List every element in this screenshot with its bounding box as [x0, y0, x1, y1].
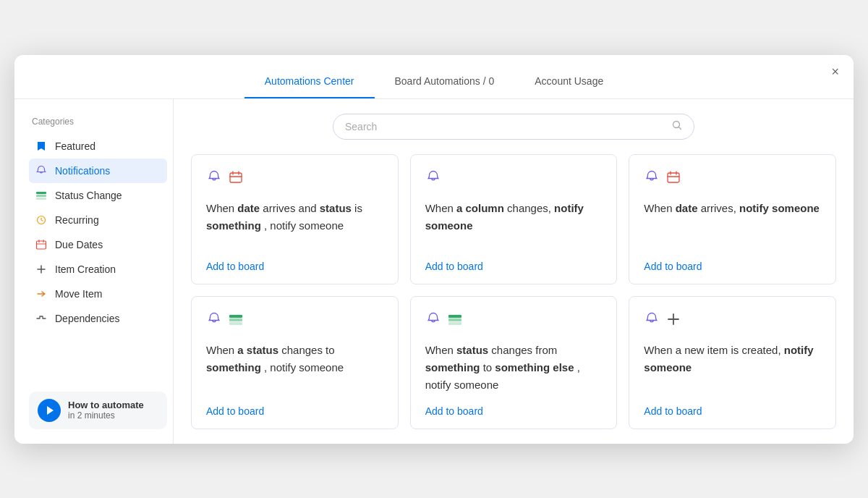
add-to-board-4[interactable]: Add to board — [206, 405, 383, 417]
svg-rect-7 — [668, 173, 679, 182]
automation-card-5: When status changes from something to so… — [410, 296, 618, 429]
play-button[interactable] — [38, 399, 61, 422]
sidebar-item-notifications[interactable]: Notifications — [29, 159, 167, 183]
svg-rect-8 — [229, 315, 242, 318]
svg-rect-0 — [36, 192, 46, 194]
status-icon-card — [228, 311, 244, 330]
svg-rect-9 — [229, 318, 242, 321]
card-1-text: When date arrives and status is somethin… — [206, 200, 383, 249]
deps-icon — [35, 312, 48, 325]
svg-rect-2 — [36, 198, 46, 200]
add-to-board-5[interactable]: Add to board — [425, 405, 603, 417]
bell-icon — [644, 311, 660, 330]
automations-modal: Automations Center Board Automations / 0… — [14, 55, 854, 444]
sidebar-item-dependencies[interactable]: Dependencies — [29, 306, 167, 331]
card-2-icons — [425, 169, 603, 188]
card-2-text: When a column changes, notify someone — [425, 200, 603, 249]
modal-body: Categories Featured — [14, 99, 854, 444]
search-input[interactable] — [345, 121, 666, 132]
status-icon-card — [447, 311, 463, 330]
bookmark-icon — [35, 140, 48, 153]
recurring-icon — [35, 214, 48, 227]
sidebar-categories: Categories Featured — [29, 117, 173, 331]
automation-card-6: When a new item is created, notify someo… — [629, 296, 836, 429]
status-icon-sidebar — [35, 189, 48, 202]
card-1-icons — [206, 169, 383, 188]
svg-rect-12 — [448, 318, 461, 321]
modal-header: Automations Center Board Automations / 0… — [14, 55, 854, 99]
sidebar-item-due-dates[interactable]: Due Dates — [29, 232, 167, 257]
automation-card-3: When date arrives, notify someone Add to… — [629, 154, 836, 284]
bell-icon — [644, 169, 660, 188]
automation-card-2: When a column changes, notify someone Ad… — [410, 154, 618, 284]
tab-account-usage[interactable]: Account Usage — [514, 67, 624, 98]
card-6-icons — [644, 311, 821, 330]
how-to-subtitle: in 2 minutes — [68, 410, 144, 421]
bell-icon — [425, 311, 441, 330]
sidebar: Categories Featured — [14, 99, 174, 444]
bell-icon — [206, 311, 222, 330]
plus-icon-sidebar — [35, 263, 48, 276]
sidebar-item-status-change[interactable]: Status Change — [29, 183, 167, 208]
card-4-icons — [206, 311, 383, 330]
close-button[interactable]: × — [831, 65, 839, 78]
search-bar — [333, 114, 694, 140]
sidebar-item-featured[interactable]: Featured — [29, 134, 167, 159]
card-5-text: When status changes from something to so… — [425, 342, 603, 394]
automation-card-4: When a status changes to something , not… — [191, 296, 399, 429]
add-to-board-2[interactable]: Add to board — [425, 261, 603, 272]
bell-icon — [425, 169, 441, 188]
automation-card-1: When date arrives and status is somethin… — [191, 154, 399, 284]
how-to-title: How to automate — [68, 400, 144, 410]
add-to-board-1[interactable]: Add to board — [206, 261, 383, 272]
svg-rect-1 — [36, 195, 46, 197]
svg-rect-10 — [229, 322, 242, 325]
add-to-board-6[interactable]: Add to board — [644, 405, 821, 417]
bell-icon-sidebar — [35, 164, 48, 177]
svg-rect-4 — [37, 241, 46, 249]
plus-icon-card — [665, 311, 681, 330]
main-content: When date arrives and status is somethin… — [174, 99, 854, 444]
calendar-icon-sidebar — [35, 238, 48, 251]
search-icon — [672, 120, 682, 133]
categories-label: Categories — [29, 117, 173, 127]
tab-automations-center[interactable]: Automations Center — [244, 67, 375, 98]
tabs: Automations Center Board Automations / 0… — [244, 67, 624, 98]
sidebar-item-item-creation[interactable]: Item Creation — [29, 257, 167, 282]
svg-rect-13 — [448, 322, 461, 325]
bell-icon — [206, 169, 222, 188]
card-3-icons — [644, 169, 821, 188]
card-3-text: When date arrives, notify someone — [644, 200, 821, 249]
cards-grid: When date arrives and status is somethin… — [191, 154, 836, 429]
how-to-automate[interactable]: How to automate in 2 minutes — [29, 392, 167, 429]
svg-rect-11 — [448, 315, 461, 318]
calendar-icon — [665, 169, 681, 188]
tab-board-automations[interactable]: Board Automations / 0 — [375, 67, 515, 98]
card-5-icons — [425, 311, 603, 330]
arrow-icon-sidebar — [35, 287, 48, 300]
svg-rect-6 — [230, 173, 242, 182]
calendar-icon — [228, 169, 244, 188]
sidebar-item-recurring[interactable]: Recurring — [29, 208, 167, 232]
card-6-text: When a new item is created, notify someo… — [644, 342, 821, 394]
sidebar-item-move-item[interactable]: Move Item — [29, 282, 167, 306]
add-to-board-3[interactable]: Add to board — [644, 261, 821, 272]
card-4-text: When a status changes to something , not… — [206, 342, 383, 394]
